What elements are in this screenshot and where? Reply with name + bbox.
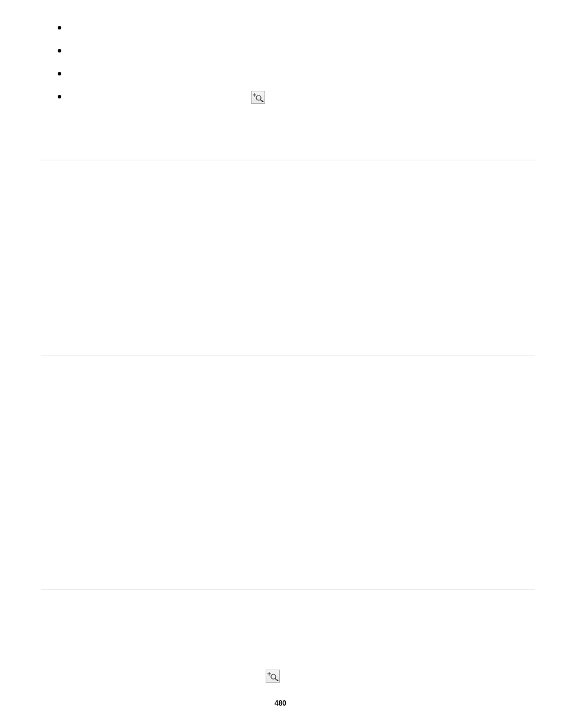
svg-point-7 (271, 674, 276, 679)
list-bullet (58, 26, 61, 29)
svg-marker-9 (277, 679, 279, 681)
svg-line-3 (260, 100, 262, 101)
list-bullet (58, 72, 61, 75)
list-bullet (58, 95, 61, 98)
zoom-icon[interactable] (266, 670, 280, 683)
divider (41, 355, 535, 355)
bullet-list (58, 26, 61, 118)
zoom-icon[interactable] (251, 91, 265, 104)
svg-line-8 (275, 678, 277, 680)
divider (41, 589, 535, 590)
page-number: 480 (275, 699, 286, 707)
divider (41, 160, 535, 160)
list-bullet (58, 49, 61, 52)
svg-marker-4 (262, 100, 264, 102)
svg-point-2 (256, 95, 261, 100)
